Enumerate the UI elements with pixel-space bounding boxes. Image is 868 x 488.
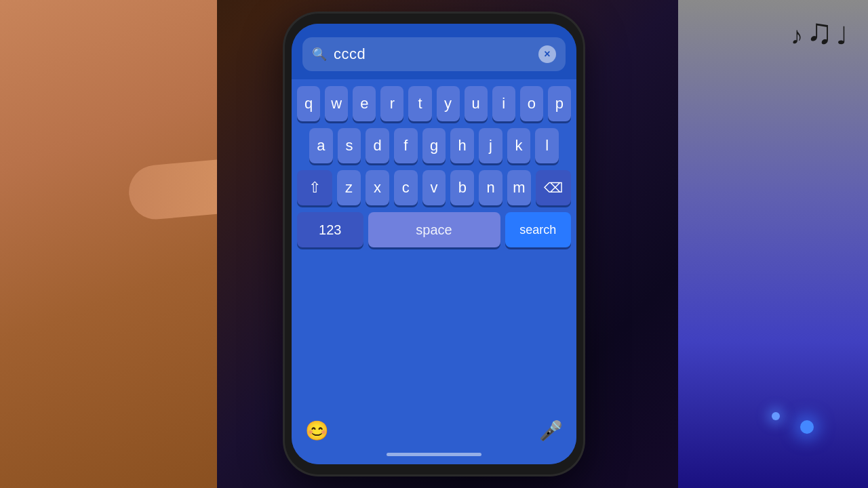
shift-icon: ⇧: [309, 179, 321, 197]
keyboard-row-4: 123 space search: [297, 212, 571, 247]
key-g[interactable]: g: [422, 128, 446, 163]
key-n[interactable]: n: [479, 170, 502, 205]
key-a[interactable]: a: [309, 128, 333, 163]
keyboard-row-2: a s d f g h j k l: [297, 128, 571, 163]
numbers-key[interactable]: 123: [297, 212, 363, 247]
search-key[interactable]: search: [505, 212, 572, 247]
music-notes-group: ♪ ♫ ♩: [791, 14, 848, 49]
home-bar: [387, 453, 481, 456]
blue-light-2: [772, 412, 780, 420]
search-clear-button[interactable]: ×: [538, 45, 556, 63]
key-c[interactable]: c: [394, 170, 418, 205]
key-u[interactable]: u: [465, 86, 488, 121]
key-y[interactable]: y: [437, 86, 460, 121]
music-note-2: ♫: [806, 14, 833, 49]
key-q[interactable]: q: [297, 86, 320, 121]
key-v[interactable]: v: [422, 170, 446, 205]
key-j[interactable]: j: [479, 128, 502, 163]
key-o[interactable]: o: [520, 86, 543, 121]
key-r[interactable]: r: [380, 86, 403, 121]
key-e[interactable]: e: [353, 86, 376, 121]
key-f[interactable]: f: [394, 128, 418, 163]
keyboard-row-3: ⇧ z x c v b n m ⌫: [297, 170, 571, 205]
hand-background: [0, 0, 217, 488]
key-w[interactable]: w: [325, 86, 348, 121]
search-bar[interactable]: 🔍 cccd ×: [302, 37, 566, 71]
key-l[interactable]: l: [535, 128, 559, 163]
home-indicator-area: [292, 449, 576, 464]
backspace-key[interactable]: ⌫: [536, 170, 571, 205]
key-d[interactable]: d: [366, 128, 389, 163]
keyboard-bottom-bar: 😊 🎤: [292, 414, 576, 449]
key-k[interactable]: k: [507, 128, 531, 163]
shift-key[interactable]: ⇧: [297, 170, 332, 205]
keyboard: q w e r t y u i o p a s d f g h j k: [292, 79, 576, 414]
key-t[interactable]: t: [408, 86, 431, 121]
music-note-1: ♪: [791, 24, 803, 49]
keyboard-row-1: q w e r t y u i o p: [297, 86, 571, 121]
key-x[interactable]: x: [366, 170, 389, 205]
search-icon: 🔍: [312, 47, 327, 62]
key-z[interactable]: z: [337, 170, 361, 205]
key-m[interactable]: m: [507, 170, 531, 205]
microphone-button[interactable]: 🎤: [539, 420, 563, 442]
key-b[interactable]: b: [450, 170, 474, 205]
backspace-icon: ⌫: [544, 180, 563, 196]
music-note-3: ♩: [836, 24, 848, 49]
phone-screen: 🔍 cccd × q w e r t y u i o p a: [292, 24, 576, 464]
key-h[interactable]: h: [450, 128, 474, 163]
key-p[interactable]: p: [548, 86, 571, 121]
search-input-value[interactable]: cccd: [334, 45, 532, 63]
screen-top: 🔍 cccd ×: [292, 24, 576, 79]
space-key[interactable]: space: [368, 212, 500, 247]
blue-light-1: [800, 420, 814, 434]
emoji-button[interactable]: 😊: [305, 420, 329, 442]
phone-container: 🔍 cccd × q w e r t y u i o p a: [285, 14, 583, 474]
key-s[interactable]: s: [338, 128, 361, 163]
key-i[interactable]: i: [492, 86, 515, 121]
